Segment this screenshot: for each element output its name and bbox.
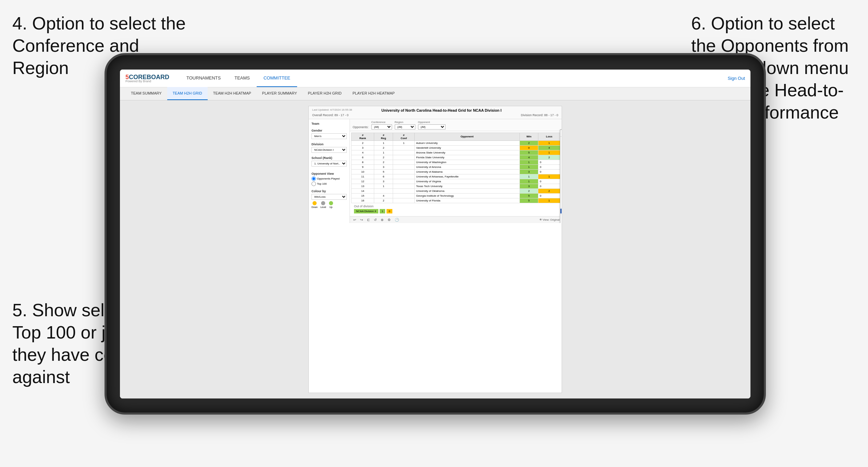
legend-level: Level (320, 201, 326, 208)
subnav-team-summary[interactable]: TEAM SUMMARY (125, 87, 167, 100)
nav-tournaments[interactable]: TOURNAMENTS (180, 70, 228, 87)
colour-section: Colour by Win/Loss Down (311, 189, 347, 208)
toolbar-settings[interactable]: ⚙ (386, 218, 392, 222)
dropdown-item[interactable]: (All) (560, 137, 562, 142)
conf-cell (393, 179, 415, 184)
win-cell: 1 (519, 174, 538, 179)
tablet-frame: 5COREBOARD Powered By Brand TOURNAMENTS … (105, 53, 766, 415)
opponent-select[interactable]: (All) (418, 124, 445, 130)
col-loss: Loss (538, 133, 560, 140)
table-row: 11 6 University of Arkansas, Fayettevill… (352, 174, 560, 179)
reg-cell: 2 (374, 155, 393, 160)
col-conf: #Conf (393, 133, 415, 140)
dropdown-item[interactable]: 20. University of Texas (560, 209, 562, 213)
left-sidebar: Team Gender Men's Division NCAA Division… (309, 119, 350, 223)
reg-cell: 2 (374, 160, 393, 164)
conf-cell (393, 164, 415, 169)
radio-top100[interactable] (311, 182, 316, 186)
dropdown-item[interactable]: 16. University of Illinois (560, 199, 562, 204)
subnav-team-h2h-heatmap[interactable]: TEAM H2H HEATMAP (208, 87, 257, 100)
conference-select[interactable]: (All) (371, 124, 392, 130)
toolbar-refresh[interactable]: ↺ (372, 218, 378, 222)
toolbar-clock[interactable]: 🕐 (393, 218, 400, 222)
dropdown-item[interactable]: 8. University of Washington (560, 161, 562, 165)
reg-cell (374, 188, 393, 193)
rank-cell: 15 (352, 193, 374, 198)
dropdown-item[interactable]: 6. Florida State University (560, 156, 562, 161)
subnav-player-summary[interactable]: PLAYER SUMMARY (257, 87, 303, 100)
opponent-cell: Georgia Institute of Technology (415, 193, 520, 198)
subnav-player-h2h-heatmap[interactable]: PLAYER H2H HEATMAP (347, 87, 400, 100)
dropdown-item[interactable]: 10. University of Alabama (560, 170, 562, 175)
loss-cell: 0 (538, 179, 560, 184)
nav-committee[interactable]: COMMITTEE (257, 70, 297, 87)
subnav-player-h2h-grid[interactable]: PLAYER H2H GRID (303, 87, 347, 100)
reg-cell: 2 (374, 198, 393, 203)
dropdown-item[interactable]: 3. Vanderbilt University (560, 146, 562, 151)
radio-opponents-label[interactable]: Opponents Played (311, 176, 347, 181)
ncaa-row: NCAA Division II 1 0 (354, 209, 558, 213)
gender-select[interactable]: Men's (311, 133, 347, 139)
radio-top100-label[interactable]: Top 100 (311, 182, 347, 186)
radio-opponents[interactable] (311, 176, 316, 181)
dropdown-item[interactable]: 2. Auburn University (560, 142, 562, 146)
legend-up: Up (329, 201, 333, 208)
colour-select[interactable]: Win/Loss (311, 194, 347, 200)
opponent-cell: Florida State University (415, 155, 520, 160)
rank-cell: 9 (352, 164, 374, 169)
h2h-table: #Rank #Reg #Conf Opponent Win Loss (351, 133, 560, 203)
win-cell: 2 (519, 140, 538, 145)
win-cell: 1 (519, 160, 538, 164)
legend-down: Down (311, 201, 318, 208)
dropdown-item[interactable]: 11. University of Arkansas, Fayetteville (560, 175, 562, 180)
table-row: 13 1 Texas Tech University 3 0 (352, 184, 560, 188)
logo: 5COREBOARD Powered By Brand (125, 74, 169, 83)
reg-cell: 3 (374, 179, 393, 184)
region-select[interactable]: (All) (395, 124, 415, 130)
reg-cell: 3 (374, 164, 393, 169)
ncaa-loss: 0 (387, 209, 392, 213)
loss-cell: 2 (538, 188, 560, 193)
view-label: 👁 View: Original (539, 218, 560, 221)
nav-teams[interactable]: TEAMS (228, 70, 257, 87)
dropdown-item[interactable]: 12. University of Virginia (560, 180, 562, 185)
school-section: School (Rank) 1. University of Nort... (311, 156, 347, 167)
opponent-cell: University of Florida (415, 198, 520, 203)
dropdown-item[interactable]: 9. University of Arizona (560, 165, 562, 170)
reg-cell: 4 (374, 193, 393, 198)
opponent-dropdown[interactable]: (All) 2. Auburn University 3. Vanderbilt… (560, 130, 562, 223)
toolbar-zoom[interactable]: ⊕ (379, 218, 385, 222)
dropdown-item[interactable]: 15. Georgia Institute of Technology (560, 194, 562, 199)
dropdown-item[interactable]: 21. University of New Mexico (560, 213, 562, 218)
loss-cell: 0 (538, 160, 560, 164)
reg-cell: 1 (374, 140, 393, 145)
conf-cell (393, 174, 415, 179)
rank-cell: 10 (352, 169, 374, 174)
dropdown-item[interactable]: 13. Texas Tech University (560, 185, 562, 189)
rank-cell: 3 (352, 145, 374, 150)
dropdown-item[interactable]: 14. University of Oklahoma (560, 189, 562, 194)
rank-cell: 4 (352, 150, 374, 155)
toolbar-redo[interactable]: ↪ (359, 218, 364, 222)
school-select[interactable]: 1. University of Nort... (311, 161, 347, 167)
dropdown-list: (All) 2. Auburn University 3. Vanderbilt… (560, 137, 562, 223)
table-row: 4 1 Arizona State University 5 1 (352, 150, 560, 155)
subnav-team-h2h-grid[interactable]: TEAM H2H GRID (167, 87, 208, 100)
win-cell: 2 (519, 188, 538, 193)
table-container: #Rank #Reg #Conf Opponent Win Loss (350, 131, 562, 216)
logo-area: 5COREBOARD Powered By Brand (125, 74, 169, 83)
toolbar-home[interactable]: ⊏ (366, 218, 371, 222)
dropdown-item[interactable]: 4. Arizona State University (560, 151, 562, 156)
table-row: 2 1 1 Auburn University 2 1 (352, 140, 560, 145)
loss-cell: 1 (538, 140, 560, 145)
toolbar-undo[interactable]: ↩ (352, 218, 357, 222)
nav-signout[interactable]: Sign Out (728, 76, 745, 81)
dropdown-item[interactable]: 18. University of Illinois (560, 204, 562, 209)
opponent-filter: Opponent (All) (418, 121, 445, 130)
division-select[interactable]: NCAA Division I (311, 147, 347, 153)
last-updated: Last Updated: 4/7/2024 16:55:38 (312, 108, 352, 112)
dropdown-item[interactable]: 22. University of Georgia (560, 218, 562, 223)
table-row: 12 3 University of Virginia 1 0 (352, 179, 560, 184)
col-reg: #Reg (374, 133, 393, 140)
dot-level (321, 201, 325, 205)
